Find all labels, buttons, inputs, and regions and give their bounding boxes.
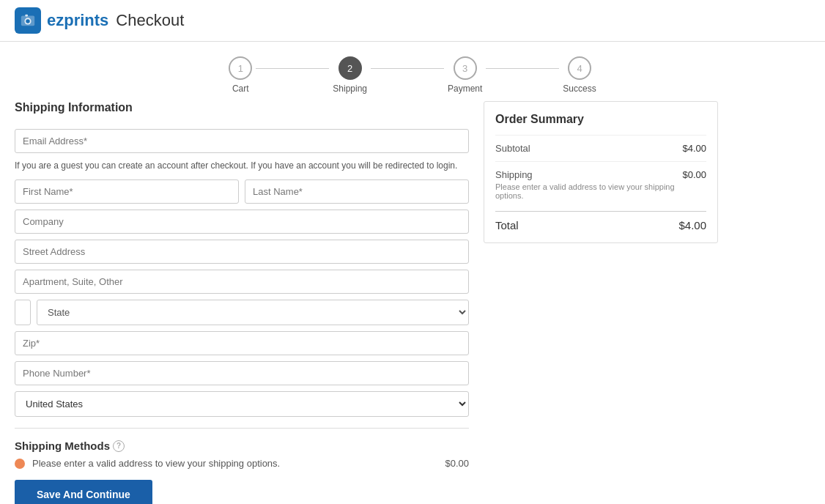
state-select[interactable]: State ALAKAZAR CACOCTDE FLGAHIID ILINIAK… xyxy=(37,300,469,325)
guest-note: If you are a guest you can create an acc… xyxy=(15,159,469,172)
step-line-1 xyxy=(256,68,329,69)
step-label-2: Shipping xyxy=(333,84,367,94)
shipping-option-text: Please enter a valid address to view you… xyxy=(32,458,280,469)
step-line-3 xyxy=(486,68,559,69)
left-panel: Shipping Information If you are a guest … xyxy=(15,101,469,504)
country-group: United States Canada United Kingdom xyxy=(15,391,469,417)
step-circle-2: 2 xyxy=(338,56,362,80)
main-content: Shipping Information If you are a guest … xyxy=(0,101,825,504)
subtotal-value: $4.00 xyxy=(682,143,706,154)
step-circle-4: 4 xyxy=(568,56,591,80)
step-shipping: 2 Shipping xyxy=(333,56,367,94)
order-summary: Order Summary Subtotal $4.00 Shipping Pl… xyxy=(484,101,718,243)
country-select[interactable]: United States Canada United Kingdom xyxy=(15,391,469,417)
city-field[interactable] xyxy=(15,300,31,325)
form-divider xyxy=(15,428,469,429)
phone-field[interactable] xyxy=(15,361,469,385)
name-row xyxy=(15,179,469,204)
email-group xyxy=(15,129,469,153)
help-icon: ? xyxy=(113,440,125,452)
shipping-option-dot xyxy=(15,459,25,469)
zip-group xyxy=(15,331,469,355)
logo-text: ezprints xyxy=(47,11,108,30)
page-title: Checkout xyxy=(116,11,184,30)
shipping-methods-section: Shipping Methods ? xyxy=(15,440,469,452)
save-continue-button[interactable]: Save And Continue xyxy=(15,480,152,504)
total-value: $4.00 xyxy=(678,219,706,231)
step-line-2 xyxy=(371,68,444,69)
zip-field[interactable] xyxy=(15,331,469,355)
total-row: Total $4.00 xyxy=(495,211,706,231)
apt-field[interactable] xyxy=(15,270,469,294)
order-summary-title: Order Summary xyxy=(495,113,706,126)
street-group xyxy=(15,240,469,264)
shipping-option-price: $0.00 xyxy=(445,458,469,469)
company-group xyxy=(15,210,469,234)
svg-rect-3 xyxy=(25,15,28,17)
step-success: 4 Success xyxy=(563,56,596,94)
logo-icon xyxy=(15,7,41,34)
step-payment: 3 Payment xyxy=(448,56,482,94)
phone-group xyxy=(15,361,469,385)
city-state-row: State ALAKAZAR CACOCTDE FLGAHIID ILINIAK… xyxy=(15,300,469,325)
first-name-field[interactable] xyxy=(15,179,239,204)
subtotal-label: Subtotal xyxy=(495,143,530,154)
checkout-stepper: 1 Cart 2 Shipping 3 Payment 4 Success xyxy=(0,42,825,101)
step-circle-3: 3 xyxy=(454,56,477,80)
shipping-info-title: Shipping Information xyxy=(15,101,469,118)
total-label: Total xyxy=(495,219,519,231)
shipping-note: Please enter a valid address to view you… xyxy=(495,182,682,200)
step-label-3: Payment xyxy=(448,84,482,94)
apt-group xyxy=(15,270,469,294)
svg-point-2 xyxy=(26,19,30,23)
email-field[interactable] xyxy=(15,129,469,153)
shipping-value: $0.00 xyxy=(682,169,706,180)
shipping-row: Shipping Please enter a valid address to… xyxy=(495,161,706,207)
street-field[interactable] xyxy=(15,240,469,264)
step-circle-1: 1 xyxy=(229,56,252,80)
shipping-methods-title-text: Shipping Methods xyxy=(15,440,110,452)
subtotal-row: Subtotal $4.00 xyxy=(495,135,706,161)
shipping-option-row: Please enter a valid address to view you… xyxy=(15,458,469,469)
header: ezprints Checkout xyxy=(0,0,825,42)
last-name-field[interactable] xyxy=(245,179,469,204)
shipping-label-group: Shipping Please enter a valid address to… xyxy=(495,169,682,200)
company-field[interactable] xyxy=(15,210,469,234)
step-cart: 1 Cart xyxy=(229,56,252,94)
step-label-4: Success xyxy=(563,84,596,94)
right-panel: Order Summary Subtotal $4.00 Shipping Pl… xyxy=(484,101,718,504)
shipping-label: Shipping xyxy=(495,169,682,180)
step-label-1: Cart xyxy=(232,84,249,94)
